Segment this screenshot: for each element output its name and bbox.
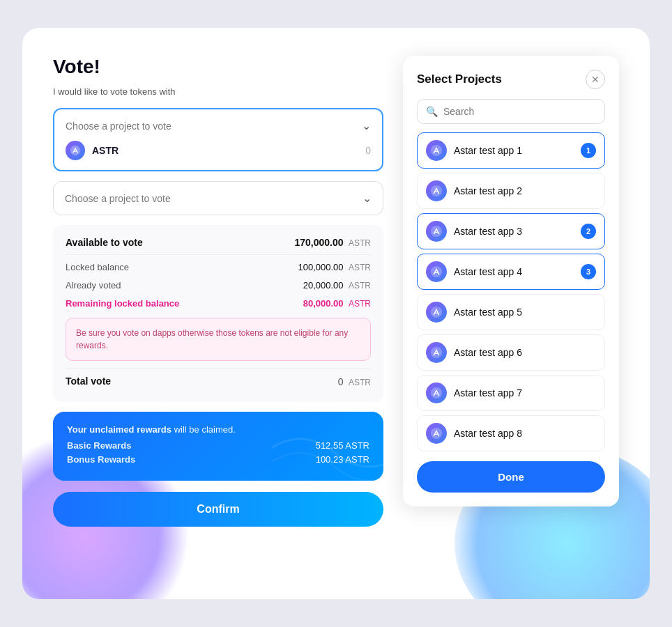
project-icon [426, 423, 447, 444]
available-value: 170,000.00 [294, 237, 343, 248]
locked-unit: ASTR [349, 263, 371, 272]
remaining-value: 80,000.00 [303, 298, 344, 309]
svg-point-3 [431, 226, 442, 237]
project-item[interactable]: Astar test app 6 [417, 334, 605, 371]
svg-point-5 [431, 307, 442, 318]
basic-rewards-label: Basic Rewards [67, 440, 132, 451]
svg-point-2 [431, 185, 442, 196]
svg-point-0 [70, 146, 80, 155]
svg-point-7 [431, 387, 442, 398]
voted-label: Already voted [66, 280, 121, 291]
available-unit: ASTR [349, 238, 371, 248]
total-label: Total vote [66, 376, 111, 388]
subtitle: I would like to vote tokens with [53, 86, 383, 97]
available-label: Available to vote [66, 237, 143, 248]
project-list: Astar test app 11Astar test app 2Astar t… [417, 132, 605, 451]
voted-unit: ASTR [349, 281, 371, 291]
project-badge: 2 [581, 224, 596, 239]
voted-value: 20,000.00 [303, 280, 344, 291]
project-item[interactable]: Astar test app 11 [417, 132, 605, 169]
project-badge: 3 [581, 264, 596, 279]
remaining-label: Remaining locked balance [66, 298, 179, 309]
stats-box: Available to vote 170,000.00 ASTR Locked… [53, 225, 383, 402]
project-name: Astar test app 5 [454, 307, 596, 318]
rewards-title-strong: Your unclaimed rewards [67, 424, 171, 435]
project-icon [426, 221, 447, 242]
dropdown-1-label: Choose a project to vote [66, 121, 171, 132]
close-button[interactable]: ✕ [586, 70, 605, 89]
search-input[interactable] [443, 106, 596, 117]
project-icon [426, 382, 447, 403]
locked-value: 100,000.00 [298, 262, 343, 272]
search-icon: 🔍 [426, 106, 438, 117]
project-name: Astar test app 1 [454, 145, 574, 156]
rewards-title: Your unclaimed rewards will be claimed. [67, 424, 369, 435]
select-projects-card: Select Projects ✕ 🔍 Astar test app 11Ast… [403, 56, 619, 506]
project-name: Astar test app 4 [454, 266, 574, 277]
done-button[interactable]: Done [417, 461, 605, 493]
basic-rewards-value: 512.55 ASTR [316, 440, 369, 451]
left-panel: Vote! I would like to vote tokens with C… [53, 56, 383, 527]
chevron-down-icon-1: ⌄ [362, 119, 371, 132]
project-icon [426, 180, 447, 201]
svg-point-4 [431, 266, 442, 277]
svg-point-6 [431, 347, 442, 358]
svg-point-1 [431, 145, 442, 156]
warning-box: Be sure you vote on dapps otherwise thos… [66, 318, 371, 361]
chevron-down-icon-2: ⌄ [362, 192, 372, 205]
astr-token-icon [66, 141, 85, 160]
bonus-rewards-value: 100.23 ASTR [316, 454, 369, 465]
bonus-rewards-label: Bonus Rewards [67, 454, 135, 465]
confirm-button[interactable]: Confirm [53, 492, 383, 527]
project-name: Astar test app 8 [454, 428, 596, 439]
remaining-unit: ASTR [349, 299, 371, 309]
project-item[interactable]: Astar test app 5 [417, 294, 605, 330]
right-panel: Select Projects ✕ 🔍 Astar test app 11Ast… [403, 56, 619, 527]
project-item[interactable]: Astar test app 8 [417, 415, 605, 451]
project-name: Astar test app 2 [454, 185, 596, 196]
page-title: Vote! [53, 56, 383, 78]
project-name: Astar test app 6 [454, 347, 596, 358]
dropdown-1[interactable]: Choose a project to vote ⌄ ASTR 0 [53, 108, 383, 171]
rewards-title-suffix: will be claimed. [171, 424, 236, 435]
project-icon [426, 342, 447, 363]
project-item[interactable]: Astar test app 43 [417, 254, 605, 290]
astr-label: ASTR [92, 145, 358, 156]
main-card: Vote! I would like to vote tokens with C… [22, 28, 650, 599]
project-item[interactable]: Astar test app 2 [417, 173, 605, 209]
dropdown-2-label: Choose a project to vote [65, 193, 171, 204]
project-item[interactable]: Astar test app 7 [417, 375, 605, 411]
project-badge: 1 [581, 143, 596, 158]
locked-label: Locked balance [66, 262, 129, 272]
project-icon [426, 302, 447, 323]
project-name: Astar test app 3 [454, 226, 574, 237]
search-box[interactable]: 🔍 [417, 99, 605, 124]
total-value: 0 [338, 376, 344, 387]
total-unit: ASTR [349, 378, 371, 387]
select-projects-title: Select Projects [417, 72, 502, 86]
dropdown-2[interactable]: Choose a project to vote ⌄ [53, 181, 383, 215]
project-item[interactable]: Astar test app 32 [417, 213, 605, 249]
rewards-box: Your unclaimed rewards will be claimed. … [53, 412, 383, 481]
project-icon [426, 261, 447, 282]
project-name: Astar test app 7 [454, 387, 596, 398]
svg-point-8 [431, 428, 442, 439]
warning-text: Be sure you vote on dapps otherwise thos… [76, 327, 360, 352]
project-icon [426, 140, 447, 161]
astr-amount: 0 [365, 145, 371, 156]
